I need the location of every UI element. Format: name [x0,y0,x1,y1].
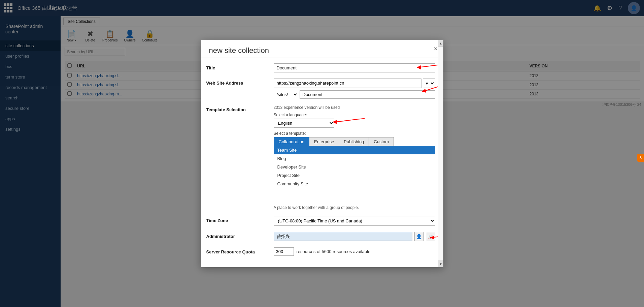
web-address-control: ▾ /sites/ /teams/ [274,79,435,99]
pick-person-button[interactable]: 👤 [414,232,424,241]
lang-label: Select a language: [274,113,435,117]
template-selection-label: Template Selection [206,105,274,112]
path-input[interactable] [300,90,435,99]
time-zone-select[interactable]: (UTC-08:00) Pacific Time (US and Canada)… [274,216,435,226]
tab-collaboration[interactable]: Collaboration [274,137,310,146]
modal-title: new site collection [209,46,435,55]
feedback-badge[interactable]: 8 [637,154,644,162]
time-zone-control: (UTC-08:00) Pacific Time (US and Canada)… [274,216,435,226]
modal-overlay[interactable]: new site collection × Title [0,0,644,307]
tab-enterprise[interactable]: Enterprise [309,137,339,146]
modal-header: new site collection × [201,40,443,58]
address-book-button[interactable]: 📖 [426,232,435,241]
server-resource-quota-row: Server Resource Quota resources of 5600 … [206,247,435,256]
scroll-up-button[interactable]: ▲ [438,40,443,47]
path-prefix-select[interactable]: /sites/ /teams/ [274,90,298,99]
time-zone-row: Time Zone (UTC-08:00) Pacific Time (US a… [206,216,435,226]
modal-close-button[interactable]: × [434,45,438,53]
server-resource-quota-label: Server Resource Quota [206,247,274,254]
template-item-community-site[interactable]: Community Site [274,180,435,188]
administrator-control: 👤 📖 [274,232,435,241]
template-selection-row: Template Selection 2013 experience versi… [206,105,435,210]
administrator-input[interactable] [274,232,412,241]
template-tabs: Collaboration Enterprise Publishing Cust… [274,137,435,146]
tab-custom[interactable]: Custom [369,137,394,146]
scroll-down-button[interactable]: ▼ [438,260,443,267]
administrator-row: Administrator 👤 📖 [206,232,435,241]
tab-publishing[interactable]: Publishing [339,137,369,146]
url-protocol-select[interactable]: ▾ [423,79,435,88]
template-item-developer-site[interactable]: Developer Site [274,163,435,171]
administrator-label: Administrator [206,232,274,239]
template-selection-control: 2013 experience version will be used Sel… [274,105,435,210]
template-note: 2013 experience version will be used [274,105,435,110]
modal-body: Title Web Site Address [201,58,443,267]
time-zone-label: Time Zone [206,216,274,223]
web-address-row: Web Site Address ▾ /sites/ /teams/ [206,79,435,99]
template-label: Select a template: [274,131,435,136]
template-item-team-site[interactable]: Team Site [274,146,435,154]
title-label: Title [206,63,274,70]
resource-quota-text: resources of 5600 resources available [297,249,371,254]
modal: new site collection × Title [201,40,443,267]
title-control [274,63,435,72]
server-resource-quota-control: resources of 5600 resources available [274,247,435,256]
title-input[interactable] [274,63,435,72]
title-row: Title [206,63,435,72]
resource-quota-input[interactable] [274,247,294,256]
template-item-blog[interactable]: Blog [274,154,435,163]
template-item-project-site[interactable]: Project Site [274,171,435,180]
url-base-input[interactable] [274,79,421,88]
scroll-track [438,47,443,260]
template-description: A place to work together with a group of… [274,205,435,210]
web-address-label: Web Site Address [206,79,274,86]
language-select[interactable]: English Chinese (Simplified) French Germ… [274,119,334,128]
template-list: Team Site Blog Developer Site Project Si… [274,146,435,203]
